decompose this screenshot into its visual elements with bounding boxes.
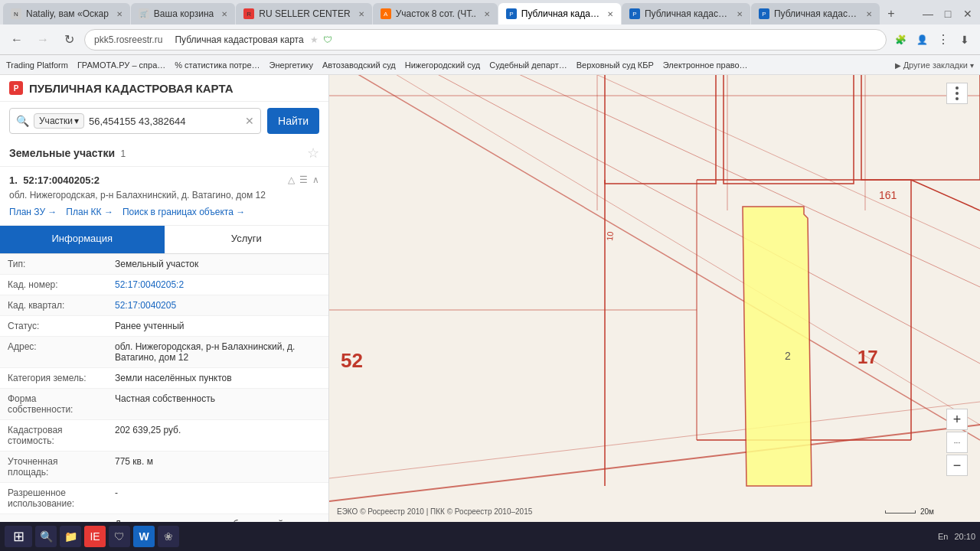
- bookmark-nizhny[interactable]: Нижегородский суд: [405, 60, 481, 70]
- maximize-button[interactable]: □: [939, 5, 957, 23]
- tab-3[interactable]: R RU SELLER CENTER ✕: [236, 3, 371, 24]
- info-tabs: Информация Услуги: [0, 226, 328, 254]
- collapse-icon[interactable]: ∧: [312, 174, 319, 185]
- tab-5-favicon: P: [506, 8, 517, 19]
- table-cell-value: Земельный участок: [107, 254, 328, 275]
- tab-2-favicon: 🛒: [139, 8, 149, 19]
- bookmark-judicial[interactable]: Судебный департ…: [489, 60, 567, 70]
- cadastral-link[interactable]: 52:17:0040205:2: [115, 279, 184, 290]
- plan-kk-link[interactable]: План КК →: [66, 207, 113, 217]
- table-row: Уточненная площадь:775 кв. м: [0, 451, 328, 482]
- start-button[interactable]: ⊞: [5, 526, 32, 547]
- tab-7-close[interactable]: ✕: [866, 10, 872, 18]
- bookmark-energy[interactable]: Энергетику: [270, 60, 313, 70]
- tab-6-favicon: P: [629, 8, 640, 19]
- bookmark-elaw[interactable]: Электронное право…: [663, 60, 748, 70]
- tab-2-label: Ваша корзина: [154, 8, 214, 19]
- bookmark-statistics[interactable]: % статистика потре…: [175, 60, 260, 70]
- tab-information[interactable]: Информация: [0, 226, 165, 253]
- reload-button[interactable]: ↻: [58, 29, 80, 51]
- tab-4-favicon: A: [381, 8, 391, 19]
- bookmark-star-icon[interactable]: ★: [310, 34, 318, 45]
- cadastral-link[interactable]: 52:17:0040205: [115, 300, 176, 311]
- table-cell-key: Кадастровая стоимость:: [0, 419, 107, 451]
- tab-4[interactable]: A Участок 8 сот. (ЧТ.. ✕: [373, 3, 498, 24]
- search-input[interactable]: 56,454155 43,382644: [89, 116, 240, 127]
- dot1: [956, 86, 959, 90]
- flag-icon[interactable]: △: [288, 174, 295, 185]
- taskbar-flower-icon[interactable]: ❀: [158, 526, 179, 547]
- tab-1[interactable]: N Nataliy, вам «Оскар ✕: [3, 3, 130, 24]
- close-button[interactable]: ✕: [959, 5, 977, 23]
- taskbar-browser-icon[interactable]: IE: [84, 526, 106, 547]
- tab-5[interactable]: P Публичная када… ✕: [498, 3, 621, 24]
- table-cell-value: 775 кв. м: [107, 451, 328, 482]
- svg-text:161: 161: [879, 189, 897, 201]
- bookmark-trading-platform[interactable]: Trading Platform: [6, 60, 68, 70]
- tab-bar: N Nataliy, вам «Оскар ✕ 🛒 Ваша корзина ✕…: [0, 0, 980, 24]
- table-cell-value: -: [107, 482, 328, 514]
- bookmark-gramota[interactable]: ГРАМОТА.РУ – спра…: [77, 60, 165, 70]
- svg-marker-22: [743, 207, 812, 486]
- info-table: Тип:Земельный участокКад. номер:52:17:00…: [0, 254, 328, 522]
- table-cell-key: Кад. номер:: [0, 274, 107, 295]
- tab-7[interactable]: P Публичная кадастро… ✕: [751, 3, 880, 24]
- taskbar-search-icon[interactable]: 🔍: [35, 526, 57, 547]
- bookmarks-more[interactable]: ▶ Другие закладки ▾: [895, 60, 974, 70]
- search-row: 🔍 Участки ▾ 56,454155 43,382644 ✕ Найти: [0, 102, 328, 140]
- result-links: План ЗУ → План КК → Поиск в границах объ…: [9, 207, 319, 217]
- forward-button[interactable]: →: [32, 29, 54, 51]
- search-type-dropdown[interactable]: Участки ▾: [34, 113, 84, 129]
- search-icon: 🔍: [16, 115, 29, 127]
- table-row: по документу:Для ведения личного подсобн…: [0, 514, 328, 522]
- tab-5-close[interactable]: ✕: [607, 10, 613, 18]
- expand-icon[interactable]: ☰: [299, 174, 308, 185]
- tab-services[interactable]: Услуги: [165, 226, 329, 253]
- table-cell-value[interactable]: 52:17:0040205:2: [107, 274, 328, 295]
- address-bar[interactable]: pkk5.rosreestr.ru Публичная кадастровая …: [84, 29, 887, 51]
- new-tab-button[interactable]: +: [880, 3, 902, 24]
- table-cell-value[interactable]: 52:17:0040205: [107, 295, 328, 315]
- menu-button[interactable]: ⋮: [934, 31, 952, 49]
- address-bar-row: ← → ↻ pkk5.rosreestr.ru Публичная кадаст…: [0, 24, 980, 55]
- back-button[interactable]: ←: [6, 29, 28, 51]
- map-extra-button[interactable]: [946, 83, 968, 104]
- bookmark-avtozavodsky[interactable]: Автозаводский суд: [322, 60, 396, 70]
- download-button[interactable]: ⬇: [956, 31, 974, 49]
- favorites-star-icon[interactable]: ☆: [307, 145, 319, 161]
- tab-6[interactable]: P Публичная кадастро… ✕: [622, 3, 750, 24]
- taskbar-file-icon[interactable]: 📁: [60, 526, 81, 547]
- results-title-group: Земельные участки 1: [9, 147, 126, 159]
- dot2: [956, 92, 959, 95]
- zoom-controls: + ··· −: [946, 409, 968, 476]
- zoom-options-button[interactable]: ···: [946, 432, 968, 453]
- search-button[interactable]: Найти: [267, 108, 319, 134]
- taskbar-shield-icon[interactable]: 🛡: [109, 526, 130, 547]
- table-cell-value: Частная собственность: [107, 388, 328, 419]
- bookmark-supreme[interactable]: Верховный суд КБР: [577, 60, 654, 70]
- table-cell-key: Тип:: [0, 254, 107, 275]
- taskbar-lang: En: [938, 532, 948, 541]
- tab-6-close[interactable]: ✕: [737, 10, 743, 18]
- plan-zu-link[interactable]: План ЗУ →: [9, 207, 57, 217]
- tab-2-close[interactable]: ✕: [221, 10, 227, 18]
- tab-1-close[interactable]: ✕: [116, 10, 122, 18]
- table-cell-value: Земли населённых пунктов: [107, 367, 328, 388]
- boundary-search-link[interactable]: Поиск в границах объекта →: [122, 207, 245, 217]
- table-cell-key: Форма собственности:: [0, 388, 107, 419]
- tab-2[interactable]: 🛒 Ваша корзина ✕: [131, 3, 235, 24]
- scale-bar: 20м: [885, 507, 934, 516]
- tab-4-close[interactable]: ✕: [484, 10, 490, 18]
- zoom-out-button[interactable]: −: [946, 455, 968, 476]
- taskbar-word-icon[interactable]: W: [133, 526, 155, 547]
- map-area[interactable]: 161 100 0040205 17 2 52 52 34 0040201 10…: [329, 75, 980, 522]
- result-item: 1. 52:17:0040205:2 △ ☰ ∧ обл. Нижегородс…: [0, 167, 328, 226]
- minimize-button[interactable]: —: [919, 5, 937, 23]
- left-panel: P ПУБЛИЧНАЯ КАДАСТРОВАЯ КАРТА 🔍 Участки …: [0, 75, 329, 522]
- profile-button[interactable]: 👤: [913, 31, 931, 49]
- search-clear-button[interactable]: ✕: [245, 115, 254, 127]
- extensions-button[interactable]: 🧩: [891, 31, 910, 49]
- tab-3-close[interactable]: ✕: [358, 10, 364, 18]
- zoom-in-button[interactable]: +: [946, 409, 968, 430]
- table-row: Тип:Земельный участок: [0, 254, 328, 275]
